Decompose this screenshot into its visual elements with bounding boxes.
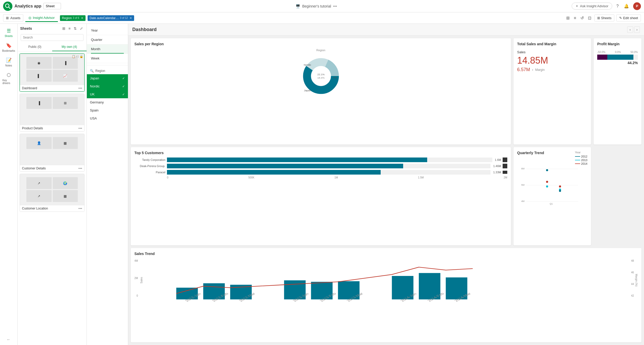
bar-side-deak — [503, 164, 507, 168]
prev-arrow[interactable]: ‹ — [627, 26, 633, 33]
margin-pct: 44.2% — [597, 61, 638, 65]
thumb-num: #1 — [76, 55, 79, 58]
sheets-button[interactable]: ⊞ Sheets — [594, 14, 614, 21]
insight-advisor-tab[interactable]: ◎ Insight Advisor — [25, 14, 58, 22]
sidebar-item-bookmarks[interactable]: 🔖 Bookmarks — [2, 41, 16, 54]
toolbar-icons: ⊞ ≡ ↺ ⊡ ⊞ Sheets ✎ Edit sheet — [565, 14, 641, 21]
sidebar-bookmarks-label: Bookmarks — [2, 49, 15, 52]
refresh-button[interactable]: ↺ — [579, 14, 585, 21]
margin-axis-pos: 50.0% — [631, 51, 638, 54]
region-usa[interactable]: USA — [87, 114, 128, 122]
sort-view-toggle[interactable]: ⇅ — [73, 26, 78, 31]
region-uk[interactable]: UK ✓ — [87, 90, 128, 98]
axis-500k: 500K — [248, 176, 254, 179]
filter-quarter[interactable]: Quarter — [87, 35, 128, 44]
list-view-toggle[interactable]: ≡ — [67, 26, 72, 31]
sales-per-region-card: Sales per Region Region 22.1%18.4%Nordic… — [131, 38, 511, 145]
globe-icon-l2: 🌍 — [63, 181, 67, 185]
dashboard-more-options[interactable]: ••• — [78, 86, 82, 90]
region-header: 🔍 Region — [87, 68, 128, 74]
sheet-thumbnail-location[interactable]: ↗ 🌍 ↗ ▦ Customer Location — [20, 174, 85, 212]
arrow-icon-l3: ↗ — [37, 194, 40, 198]
expand-view-toggle[interactable]: ⤢ — [79, 26, 84, 31]
snapshot-button[interactable]: ⊡ — [587, 14, 592, 21]
legend-2013: 2013 — [575, 159, 587, 162]
edit-sheet-button[interactable]: ✎ Edit sheet — [616, 14, 641, 21]
location-more-options[interactable]: ••• — [78, 206, 82, 211]
product-more-options[interactable]: ••• — [78, 126, 82, 130]
svg-text:UK: UK — [333, 76, 337, 79]
filter-week[interactable]: Week — [87, 54, 128, 63]
customer-more-options[interactable]: ••• — [78, 166, 82, 170]
notifications-button[interactable]: 🔔 — [623, 3, 630, 10]
region-spain[interactable]: Spain — [87, 106, 128, 114]
svg-text:6M: 6M — [521, 167, 525, 170]
filter-year[interactable]: Year — [87, 26, 128, 35]
region-filter-chip[interactable]: Region 3 of 6 ✕ — [60, 15, 86, 21]
sales-per-region-title: Sales per Region — [134, 42, 507, 46]
filter-month[interactable]: Month — [87, 44, 128, 54]
tab-myown[interactable]: My own (4) — [52, 43, 87, 51]
axis-0: 0 — [167, 176, 168, 179]
bar-value-paracel: 1.33M — [493, 171, 501, 174]
sheet-selector[interactable]: Sheet — [43, 3, 61, 9]
thumb-cell-p2: ⊞ — [53, 97, 78, 109]
region-germany[interactable]: Germany — [87, 98, 128, 106]
sidebar-item-sheets[interactable]: ☰ Sheets — [2, 26, 16, 40]
kpi-margin-value: 6.57M — [517, 67, 530, 72]
grid-icon-p2: ⊞ — [64, 101, 67, 105]
assets-button[interactable]: ⊞ Assets — [3, 14, 23, 22]
ask-advisor-button[interactable]: ✦ Ask Insight Advisor — [572, 3, 612, 10]
svg-text:Nordic: Nordic — [304, 63, 311, 66]
sheet-label-location: Customer Location ••• — [20, 205, 84, 212]
region-nordic[interactable]: Nordic ✓ — [87, 82, 128, 90]
sheet-label-customer: Customer Details ••• — [20, 165, 84, 171]
legend-2012-label: 2012 — [581, 155, 587, 158]
legend-2012: 2012 — [575, 155, 587, 158]
search-input[interactable] — [21, 34, 83, 41]
product-label: Product Details — [22, 126, 43, 130]
tab-public[interactable]: Public (0) — [18, 43, 52, 51]
legend-color-2012 — [575, 156, 580, 157]
sidebar-item-key-drivers[interactable]: ⬡ Key drivers — [2, 70, 16, 87]
year-legend-label: Year — [575, 151, 587, 154]
sheet-thumbnail-dashboard[interactable]: 📋 #1 🔒 ◉ ▐ ▌ — [20, 54, 85, 92]
side-fill-paracel — [503, 171, 507, 174]
grid-view-toggle[interactable]: ⊞ — [61, 26, 66, 31]
location-label: Customer Location — [22, 207, 48, 210]
week-label: Week — [91, 56, 99, 60]
customer-label: Customer Details — [22, 167, 46, 170]
side-fill-tandy — [503, 158, 507, 162]
date-chip-count: 3 of 12 — [120, 17, 128, 19]
legend-2013-label: 2013 — [581, 159, 587, 162]
nordic-label: Nordic — [90, 84, 100, 88]
sales-right-y-axis: 48 46 44 42 — [630, 258, 634, 302]
topbar-right: ✦ Ask Insight Advisor ? 🔔 P — [572, 2, 641, 10]
arrow-icon-l1: ↗ — [37, 181, 40, 185]
sidebar-item-notes[interactable]: 📝 Notes — [2, 55, 16, 69]
sheet-label-dashboard: Dashboard ••• — [20, 85, 84, 91]
sheet-thumbnail-customer[interactable]: 👤 ▦ Customer Details ••• — [20, 134, 85, 172]
region-chip-count: 3 of 6 — [73, 17, 79, 19]
insight-icon: ◎ — [28, 16, 31, 20]
date-filter-chip[interactable]: Date.autoCalendar.... 3 of 12 ✕ — [88, 15, 134, 21]
qlik-logo-icon[interactable] — [3, 2, 12, 11]
sheet-thumbnail-product[interactable]: ▐ ⊞ Product Details ••• — [20, 94, 85, 132]
bar-side-tandy — [503, 158, 507, 162]
myown-tab-label: My own (4) — [62, 45, 77, 49]
next-arrow[interactable]: › — [634, 26, 640, 33]
sheet-label-product: Product Details ••• — [20, 125, 84, 131]
list-view-button[interactable]: ≡ — [573, 15, 577, 21]
user-avatar[interactable]: P — [633, 2, 641, 10]
sidebar-key-drivers-label: Key drivers — [3, 79, 15, 85]
sheets-label: Sheets — [601, 16, 611, 20]
collapse-sidebar-button[interactable]: ← — [7, 337, 11, 345]
grid-view-button[interactable]: ⊞ — [565, 14, 571, 21]
dashboard-label: Dashboard — [22, 86, 37, 90]
region-japan[interactable]: Japan ✓ — [87, 74, 128, 82]
date-chip-close[interactable]: ✕ — [129, 16, 132, 20]
svg-text:Japan: Japan — [304, 89, 311, 92]
help-button[interactable]: ? — [615, 3, 620, 10]
more-options-icon[interactable]: ••• — [333, 4, 337, 8]
region-chip-close[interactable]: ✕ — [81, 16, 83, 20]
